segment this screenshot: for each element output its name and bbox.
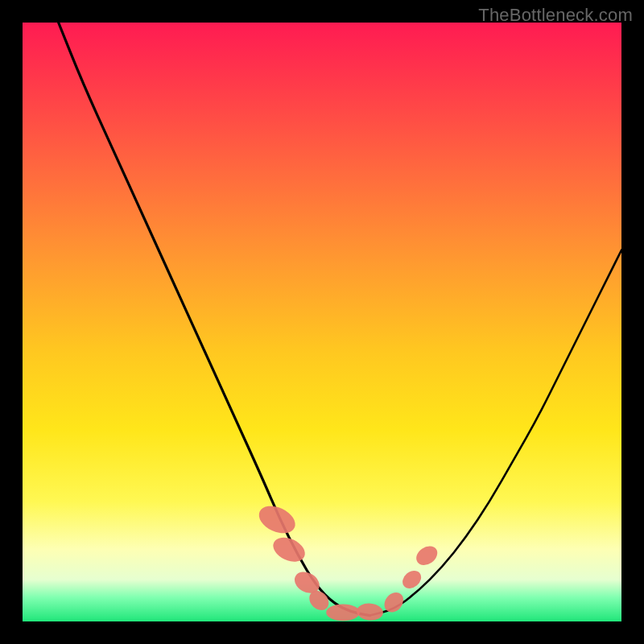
- marker-5: [356, 602, 383, 621]
- chart-svg: [0, 0, 644, 644]
- series-left-curve: [59, 23, 370, 616]
- marker-0: [254, 501, 299, 539]
- series-right-curve: [370, 250, 621, 616]
- marker-4: [326, 604, 360, 621]
- marker-layer: [254, 501, 440, 621]
- marker-8: [413, 543, 441, 569]
- curve-layer: [59, 23, 621, 616]
